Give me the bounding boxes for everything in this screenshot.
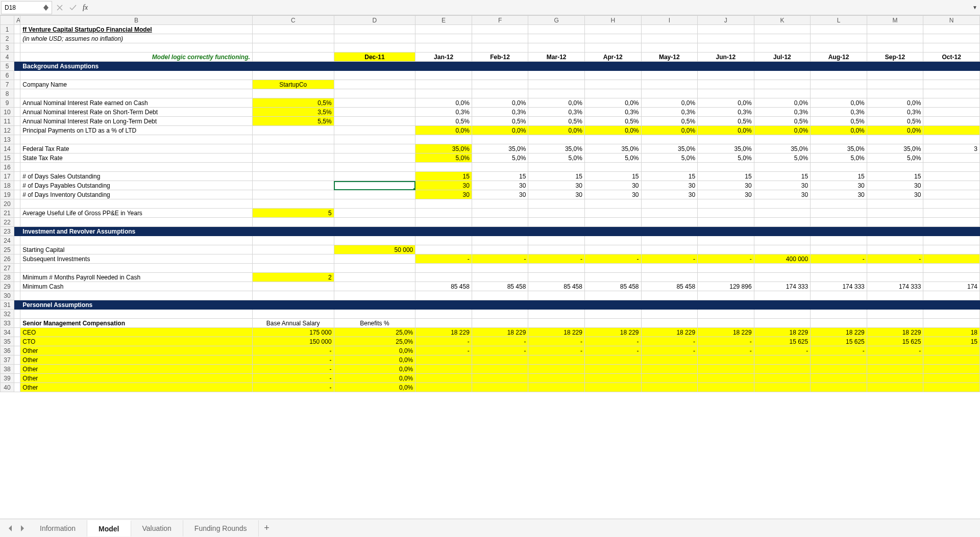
stepper-icon[interactable] [43,5,48,11]
expand-formula-icon[interactable]: ▼ [970,5,980,10]
formula-bar: D18 fx ▼ [0,0,980,15]
cancel-icon[interactable] [53,1,66,14]
name-box[interactable]: D18 [1,1,52,14]
fx-label[interactable]: fx [80,4,91,12]
formula-input[interactable] [91,1,970,14]
name-box-value: D18 [5,4,16,11]
confirm-icon[interactable] [66,1,80,14]
